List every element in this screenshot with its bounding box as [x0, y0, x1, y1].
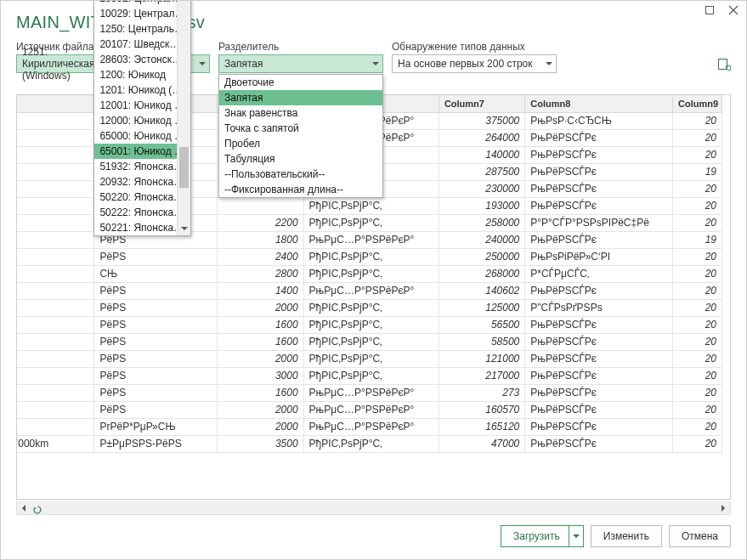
table-cell: РђРІС‚РѕРјР°С‚: [303, 316, 439, 333]
table-cell: [16, 214, 94, 231]
table-cell: Р°Р°СЃР°РЅРѕРІРёС‡Рё: [525, 214, 673, 231]
table-cell: РњРёРЅСЃРє: [525, 282, 673, 299]
column-header[interactable]: Column8: [525, 95, 673, 112]
table-cell: РђРІС‚РѕРјР°С‚: [303, 367, 439, 384]
table-cell: РёPS: [94, 350, 218, 367]
table-cell: [16, 163, 94, 180]
table-cell: 20: [673, 435, 722, 452]
load-dropdown-toggle[interactable]: [569, 525, 584, 547]
detection-dropdown[interactable]: На основе первых 200 строк: [392, 54, 557, 73]
table-cell: РњРμС…Р°РЅРёРєР°: [303, 418, 439, 435]
table-cell: РњРёРЅСЃРє: [525, 180, 673, 197]
table-cell: 20: [673, 316, 722, 333]
table-cell: 258000: [439, 214, 524, 231]
delimiter-option[interactable]: --Пользовательский--: [219, 167, 382, 182]
table-cell: РёPS: [94, 367, 218, 384]
table-cell: 264000: [439, 129, 524, 146]
detection-selected: На основе первых 200 строк: [398, 58, 533, 70]
window-restore-icon[interactable]: [704, 4, 716, 20]
origin-dropdown-list[interactable]: 10017: Украинская (Mac)863: Французская …: [93, 0, 191, 236]
table-row: Mercedes-BenzML-KlasseML350 4Matic 47000…: [16, 435, 722, 452]
table-cell: [16, 384, 94, 401]
delimiter-option[interactable]: Пробел: [219, 136, 382, 151]
scroll-down-icon[interactable]: [178, 222, 190, 235]
table-cell: [16, 401, 94, 418]
scroll-right-icon[interactable]: [716, 501, 730, 514]
table-cell: 217000: [439, 367, 524, 384]
table-row: РёPS1600РђРІС‚РѕРјР°С‚58500РњРёРЅСЃРє20: [16, 333, 722, 350]
origin-list-scrollbar[interactable]: [177, 0, 190, 235]
table-cell: 140602: [439, 282, 524, 299]
table-cell: 20: [673, 265, 722, 282]
table-cell: РњРёРЅСЃРє: [525, 350, 673, 367]
table-cell: РёPS: [94, 248, 218, 265]
delimiter-dropdown-list[interactable]: ДвоеточиеЗапятаяЗнак равенстваТочка с за…: [218, 74, 383, 198]
table-cell: Р*СЃРμСЃС‚: [525, 265, 673, 282]
table-cell: [16, 129, 94, 146]
delimiter-option[interactable]: Двоеточие: [219, 75, 382, 90]
scroll-left-icon[interactable]: [17, 501, 31, 514]
refresh-icon[interactable]: [717, 58, 731, 75]
table-cell: РњРёРЅСЃРє: [525, 163, 673, 180]
table-cell: 268000: [439, 265, 524, 282]
delimiter-selected: Запятая: [224, 58, 263, 70]
scroll-thumb[interactable]: [179, 147, 189, 188]
table-cell: 3500: [218, 435, 303, 452]
cancel-button[interactable]: Отмена: [669, 525, 731, 547]
edit-button[interactable]: Изменить: [591, 525, 662, 547]
delimiter-dropdown[interactable]: Запятая ДвоеточиеЗапятаяЗнак равенстваТо…: [218, 54, 383, 73]
table-cell: 140000: [439, 146, 524, 163]
table-cell: 230000: [439, 180, 524, 197]
table-cell: 20: [673, 401, 722, 418]
column-header[interactable]: Column9: [673, 95, 722, 112]
origin-selected: 1251: Кириллическая (Windows): [22, 46, 94, 82]
table-cell: РњРёРЅСЃРє: [525, 231, 673, 248]
table-cell: СЊ: [94, 265, 218, 282]
table-row: РёPS1600РњРμС…Р°РЅРёРєР°273РњРёРЅСЃРє20: [16, 384, 722, 401]
delimiter-option[interactable]: Знак равенства: [219, 105, 382, 121]
table-cell: 273: [439, 384, 524, 401]
svg-rect-0: [706, 7, 714, 14]
table-cell: [16, 180, 94, 197]
table-cell: 20: [673, 129, 722, 146]
table-cell: РњРμС…Р°РЅРёРєР°: [303, 401, 439, 418]
table-cell: ML350 4Matic 47000km: [16, 435, 94, 452]
load-button[interactable]: Загрузить: [501, 525, 569, 547]
table-cell: РњРμС…Р°РЅРёРєР°: [303, 384, 439, 401]
table-cell: РёPS: [94, 384, 218, 401]
table-cell: [16, 333, 94, 350]
table-row: РёPS2000РњРμС…Р°РЅРёРєР°160570РњРёРЅСЃРє…: [16, 401, 722, 418]
close-icon[interactable]: [727, 4, 739, 20]
table-row: РёPS3000РђРІС‚РѕРјР°С‚217000РњРёРЅСЃРє20: [16, 367, 722, 384]
table-cell: 375000: [439, 112, 524, 129]
chevron-down-icon: [372, 62, 379, 65]
load-split-button[interactable]: Загрузить: [501, 525, 584, 547]
table-cell: [16, 299, 94, 316]
table-cell: РёPS: [94, 282, 218, 299]
reload-preview-icon[interactable]: [32, 503, 42, 518]
delimiter-option[interactable]: Табуляция: [219, 151, 382, 167]
table-cell: РњРѕРіРёР»С‘РІ: [525, 248, 673, 265]
table-cell: РњРёРЅСЃРє: [525, 197, 673, 214]
table-cell: 20: [673, 282, 722, 299]
table-cell: 2800: [218, 265, 303, 282]
table-cell: РњРѕР·С‹СЂСЊ: [525, 112, 673, 129]
table-cell: РњРёРЅСЃРє: [525, 418, 673, 435]
origin-dropdown[interactable]: 1251: Кириллическая (Windows) 10017: Укр…: [16, 54, 210, 73]
table-cell: РђРІС‚РѕРјР°С‚: [303, 248, 439, 265]
delimiter-option[interactable]: --Фиксированная длина--: [219, 182, 382, 197]
horizontal-scrollbar[interactable]: [16, 501, 731, 515]
delimiter-label: Разделитель: [218, 41, 383, 53]
table-cell: 1800: [218, 231, 303, 248]
table-cell: 240000: [439, 231, 524, 248]
delimiter-option[interactable]: Запятая: [219, 90, 382, 105]
table-cell: 2000: [218, 401, 303, 418]
column-header[interactable]: [16, 95, 94, 112]
table-cell: 20: [673, 112, 722, 129]
table-cell: 1600: [218, 316, 303, 333]
delimiter-option[interactable]: Точка с запятой: [219, 121, 382, 136]
table-cell: 20: [673, 299, 722, 316]
table-cell: Р±РμРЅРЅ-РёPS: [94, 435, 218, 452]
table-row: РёPS1400РњРμС…Р°РЅРёРєР°140602РњРёРЅСЃРє…: [16, 282, 722, 299]
column-header[interactable]: Column7: [439, 95, 524, 112]
